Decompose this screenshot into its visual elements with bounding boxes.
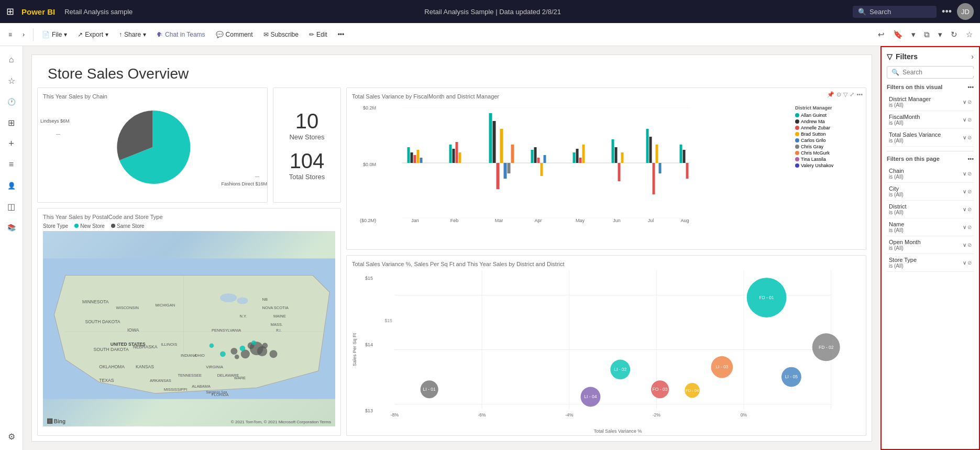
bar-chart-title: Total Sales Variance by FiscalMonth and … (352, 93, 861, 100)
sidebar-metrics-icon[interactable]: ◫ (2, 197, 21, 216)
filter-chain-actions: ∨ ⊘ (963, 171, 972, 177)
filter-st-chevron[interactable]: ∨ (963, 260, 966, 266)
filter-name-chevron[interactable]: ∨ (963, 224, 966, 230)
file-chevron-icon: ▾ (64, 31, 67, 38)
filter-fm-chevron[interactable]: ∨ (963, 117, 966, 123)
comment-button[interactable]: 💬 Comment (212, 29, 257, 40)
view-toggle-2-button[interactable]: ▾ (935, 28, 945, 41)
hamburger-button[interactable]: ≡ (4, 29, 16, 40)
chat-in-teams-button[interactable]: 🗣 Chat in Teams (152, 29, 209, 40)
filters-close-button[interactable]: › (971, 52, 974, 61)
edit-icon: ✏ (309, 31, 314, 38)
filter-chain[interactable]: Chain is (All) ∨ ⊘ (887, 165, 974, 183)
filter-tsv-clear[interactable]: ⊘ (967, 135, 972, 140)
focus-icon[interactable]: ⊙ (836, 91, 841, 98)
sidebar-recent-icon[interactable]: 🕐 (2, 92, 21, 111)
sidebar-dataflow-icon[interactable]: ≡ (2, 155, 21, 174)
filter-tsv-chevron[interactable]: ∨ (963, 135, 966, 140)
expand-icon[interactable]: ⤢ (850, 91, 854, 98)
filter-district-chevron[interactable]: ∨ (963, 206, 966, 212)
bookmark-button[interactable]: 🔖 (890, 28, 906, 41)
svg-rect-73 (576, 149, 579, 163)
refresh-button[interactable]: ↻ (948, 28, 961, 41)
export-button[interactable]: ↗ Export ▾ (73, 29, 113, 40)
map-background: MINNESOTA SOUTH DAKOTA WISCONSIN IOWA NE… (43, 231, 335, 426)
more-options-button[interactable]: ••• (942, 6, 952, 17)
subscribe-button[interactable]: ✉ Subscribe (259, 29, 303, 40)
svg-text:OHIO: OHIO (195, 353, 205, 358)
svg-point-14 (235, 355, 239, 359)
share-button[interactable]: ↑ Share ▾ (115, 29, 150, 40)
filter-district[interactable]: District is (All) ∨ ⊘ (887, 201, 974, 218)
filter-st-clear[interactable]: ⊘ (967, 260, 972, 266)
bar-chart-visual[interactable]: 📌 ⊙ ▽ ⤢ ••• Total Sales Variance by Fisc… (346, 87, 866, 250)
filter-name-info: Name is (All) (889, 221, 904, 233)
favorite-button[interactable]: ☆ (963, 28, 976, 41)
edit-button[interactable]: ✏ Edit (305, 29, 332, 40)
filter-district-manager[interactable]: District Manager is (All) ∨ ⊘ (887, 93, 974, 111)
chat-label: Chat in Teams (165, 31, 205, 38)
svg-rect-66 (511, 145, 514, 163)
filters-on-page-label: Filters on this page ••• (887, 156, 974, 162)
filter-fm-actions: ∨ ⊘ (963, 117, 972, 123)
filter-city[interactable]: City is (All) ∨ ⊘ (887, 183, 974, 201)
filter-search-icon: 🔍 (891, 69, 899, 76)
sidebar-create-icon[interactable]: + (2, 134, 21, 153)
svg-text:MASS.: MASS. (271, 322, 283, 327)
filters-visual-more[interactable]: ••• (967, 84, 974, 90)
filter-city-chevron[interactable]: ∨ (963, 189, 966, 194)
svg-point-16 (269, 350, 277, 358)
filter-total-sales-variance[interactable]: Total Sales Variance is (All) ∨ ⊘ (887, 129, 974, 147)
svg-rect-63 (500, 129, 503, 163)
filter-om-chevron[interactable]: ∨ (963, 242, 966, 248)
sidebar-home-icon[interactable]: ⌂ (2, 50, 21, 69)
filter-open-month[interactable]: Open Month is (All) ∨ ⊘ (887, 236, 974, 254)
filter-om-clear[interactable]: ⊘ (967, 242, 972, 248)
sidebar-learn-icon[interactable]: 📚 (2, 218, 21, 237)
sidebar-apps-icon[interactable]: ⊞ (2, 113, 21, 132)
pin-icon[interactable]: 📌 (827, 91, 834, 98)
pie-chart-visual[interactable]: This Year Sales by Chain Lindseys $6M Fa… (37, 87, 268, 203)
sidebar-settings-icon[interactable]: ⚙ (2, 427, 21, 446)
filter-district-clear[interactable]: ⊘ (967, 206, 972, 212)
ribbon: ≡ › 📄 File ▾ ↗ Export ▾ ↑ Share ▾ 🗣 Chat… (0, 23, 980, 46)
filter-search-input[interactable] (902, 69, 980, 76)
scatter-chart-visual[interactable]: Total Sales Variance %, Sales Per Sq Ft … (346, 255, 866, 436)
expand-button[interactable]: › (18, 29, 29, 40)
filter-city-clear[interactable]: ⊘ (967, 189, 972, 194)
filter-dm-chevron[interactable]: ∨ (963, 99, 966, 105)
page-title-area: Store Sales Overview (32, 55, 872, 87)
file-button[interactable]: 📄 File ▾ (38, 29, 71, 40)
filter-icon-toolbar[interactable]: ▽ (843, 91, 847, 98)
undo-button[interactable]: ↩ (875, 28, 888, 41)
filter-chain-chevron[interactable]: ∨ (963, 171, 966, 177)
more-icon-toolbar[interactable]: ••• (856, 91, 863, 98)
more-ribbon-button[interactable]: ••• (334, 29, 349, 40)
waffle-icon[interactable]: ⊞ (6, 6, 14, 17)
filters-title: ▽ Filters (887, 52, 918, 61)
filter-name-clear[interactable]: ⊘ (967, 224, 972, 230)
user-avatar[interactable]: JD (957, 3, 974, 20)
filter-store-type[interactable]: Store Type is (All) ∨ ⊘ (887, 254, 974, 272)
comment-label: Comment (226, 31, 253, 38)
filter-fm-clear[interactable]: ⊘ (967, 117, 972, 123)
map-visual[interactable]: This Year Sales by PostalCode and Store … (37, 208, 341, 436)
right-column: 📌 ⊙ ▽ ⤢ ••• Total Sales Variance by Fisc… (346, 87, 866, 436)
svg-rect-65 (508, 163, 511, 173)
filter-name[interactable]: Name is (All) ∨ ⊘ (887, 218, 974, 236)
svg-text:UNITED STATES: UNITED STATES (111, 342, 146, 347)
page-title: Store Sales Overview (48, 65, 856, 82)
sidebar-favorites-icon[interactable]: ☆ (2, 71, 21, 90)
kpi-visual[interactable]: 10 New Stores 104 Total Stores (273, 87, 341, 203)
filter-search-box[interactable]: 🔍 (887, 66, 974, 79)
global-search-box[interactable]: 🔍 Search (853, 6, 937, 18)
legend-valery: Valery Ushakov (801, 163, 833, 168)
fit-button[interactable]: ⧉ (921, 28, 933, 41)
svg-text:-2%: -2% (653, 412, 661, 418)
sidebar-people-icon[interactable]: 👤 (2, 176, 21, 195)
filter-chain-clear[interactable]: ⊘ (967, 171, 972, 177)
filter-fiscal-month[interactable]: FiscalMonth is (All) ∨ ⊘ (887, 111, 974, 129)
filters-page-more[interactable]: ••• (967, 156, 974, 162)
view-toggle-button[interactable]: ▾ (908, 28, 919, 41)
filter-dm-clear[interactable]: ⊘ (967, 99, 972, 105)
